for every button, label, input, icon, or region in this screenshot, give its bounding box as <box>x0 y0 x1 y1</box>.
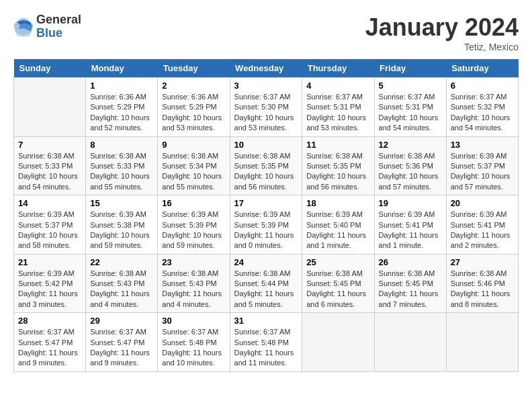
calendar-cell: 19Sunrise: 6:39 AMSunset: 5:41 PMDayligh… <box>374 195 446 255</box>
day-number: 24 <box>234 257 298 267</box>
calendar-cell: 30Sunrise: 6:37 AMSunset: 5:48 PMDayligh… <box>158 313 230 372</box>
day-header-sunday: Sunday <box>14 59 86 78</box>
day-header-tuesday: Tuesday <box>158 59 230 78</box>
calendar-cell: 16Sunrise: 6:39 AMSunset: 5:39 PMDayligh… <box>158 195 230 255</box>
day-number: 10 <box>234 140 298 150</box>
calendar-cell: 12Sunrise: 6:38 AMSunset: 5:36 PMDayligh… <box>374 136 446 195</box>
calendar-cell: 21Sunrise: 6:39 AMSunset: 5:42 PMDayligh… <box>14 254 86 313</box>
day-number: 2 <box>162 81 225 91</box>
calendar-cell: 11Sunrise: 6:38 AMSunset: 5:35 PMDayligh… <box>302 136 374 195</box>
calendar-table: SundayMondayTuesdayWednesdayThursdayFrid… <box>13 59 519 372</box>
calendar-cell: 14Sunrise: 6:39 AMSunset: 5:37 PMDayligh… <box>14 195 86 255</box>
day-number: 26 <box>379 257 442 267</box>
week-row-3: 14Sunrise: 6:39 AMSunset: 5:37 PMDayligh… <box>14 195 519 255</box>
calendar-cell: 24Sunrise: 6:38 AMSunset: 5:44 PMDayligh… <box>230 254 302 313</box>
calendar-cell: 18Sunrise: 6:39 AMSunset: 5:40 PMDayligh… <box>302 195 374 255</box>
title-block: January 2024 Tetiz, Mexico <box>365 13 519 52</box>
day-header-saturday: Saturday <box>446 59 518 78</box>
day-header-wednesday: Wednesday <box>230 59 302 78</box>
day-number: 19 <box>379 198 442 208</box>
week-row-4: 21Sunrise: 6:39 AMSunset: 5:42 PMDayligh… <box>14 254 519 313</box>
day-number: 27 <box>451 257 514 267</box>
page-header: General Blue January 2024 Tetiz, Mexico <box>13 13 519 52</box>
day-info: Sunrise: 6:38 AMSunset: 5:33 PMDaylight:… <box>90 151 153 193</box>
day-number: 18 <box>306 198 369 208</box>
calendar-cell: 26Sunrise: 6:38 AMSunset: 5:45 PMDayligh… <box>374 254 446 313</box>
calendar-cell: 10Sunrise: 6:38 AMSunset: 5:35 PMDayligh… <box>230 136 302 195</box>
day-info: Sunrise: 6:38 AMSunset: 5:43 PMDaylight:… <box>90 269 153 310</box>
day-info: Sunrise: 6:38 AMSunset: 5:45 PMDaylight:… <box>306 269 369 310</box>
day-info: Sunrise: 6:37 AMSunset: 5:47 PMDaylight:… <box>18 327 81 369</box>
logo: General Blue <box>13 13 81 40</box>
day-number: 13 <box>451 140 514 150</box>
week-row-5: 28Sunrise: 6:37 AMSunset: 5:47 PMDayligh… <box>14 313 519 372</box>
calendar-cell <box>302 313 374 372</box>
day-header-friday: Friday <box>374 59 446 78</box>
calendar-cell: 1Sunrise: 6:36 AMSunset: 5:29 PMDaylight… <box>86 78 158 137</box>
day-number: 17 <box>234 198 298 208</box>
calendar-cell: 22Sunrise: 6:38 AMSunset: 5:43 PMDayligh… <box>86 254 158 313</box>
day-info: Sunrise: 6:37 AMSunset: 5:32 PMDaylight:… <box>451 92 514 134</box>
day-info: Sunrise: 6:38 AMSunset: 5:35 PMDaylight:… <box>234 151 298 193</box>
calendar-cell <box>14 78 86 137</box>
day-number: 25 <box>306 257 369 267</box>
day-info: Sunrise: 6:36 AMSunset: 5:29 PMDaylight:… <box>162 92 225 134</box>
calendar-cell: 2Sunrise: 6:36 AMSunset: 5:29 PMDaylight… <box>158 78 230 137</box>
day-number: 20 <box>451 198 514 208</box>
day-number: 8 <box>90 140 153 150</box>
day-number: 11 <box>306 140 369 150</box>
calendar-cell: 4Sunrise: 6:37 AMSunset: 5:31 PMDaylight… <box>302 78 374 137</box>
day-info: Sunrise: 6:39 AMSunset: 5:37 PMDaylight:… <box>18 210 81 251</box>
day-info: Sunrise: 6:38 AMSunset: 5:46 PMDaylight:… <box>451 269 514 310</box>
calendar-cell: 23Sunrise: 6:38 AMSunset: 5:43 PMDayligh… <box>158 254 230 313</box>
calendar-cell: 5Sunrise: 6:37 AMSunset: 5:31 PMDaylight… <box>374 78 446 137</box>
calendar-cell: 15Sunrise: 6:39 AMSunset: 5:38 PMDayligh… <box>86 195 158 255</box>
calendar-cell: 9Sunrise: 6:38 AMSunset: 5:34 PMDaylight… <box>158 136 230 195</box>
logo-general: General <box>36 13 81 27</box>
calendar-cell: 3Sunrise: 6:37 AMSunset: 5:30 PMDaylight… <box>230 78 302 137</box>
calendar-cell: 29Sunrise: 6:37 AMSunset: 5:47 PMDayligh… <box>86 313 158 372</box>
day-info: Sunrise: 6:39 AMSunset: 5:38 PMDaylight:… <box>90 210 153 251</box>
day-number: 12 <box>379 140 442 150</box>
day-number: 14 <box>18 198 81 208</box>
day-info: Sunrise: 6:38 AMSunset: 5:44 PMDaylight:… <box>234 269 298 310</box>
day-info: Sunrise: 6:37 AMSunset: 5:48 PMDaylight:… <box>162 327 225 369</box>
logo-text: General Blue <box>36 13 81 40</box>
day-info: Sunrise: 6:39 AMSunset: 5:41 PMDaylight:… <box>379 210 442 251</box>
calendar-cell: 13Sunrise: 6:39 AMSunset: 5:37 PMDayligh… <box>446 136 518 195</box>
logo-icon <box>13 17 34 37</box>
day-number: 23 <box>162 257 225 267</box>
month-title: January 2024 <box>365 13 519 42</box>
day-info: Sunrise: 6:38 AMSunset: 5:45 PMDaylight:… <box>379 269 442 310</box>
day-info: Sunrise: 6:38 AMSunset: 5:43 PMDaylight:… <box>162 269 225 310</box>
location: Tetiz, Mexico <box>365 42 519 52</box>
calendar-cell: 8Sunrise: 6:38 AMSunset: 5:33 PMDaylight… <box>86 136 158 195</box>
day-info: Sunrise: 6:39 AMSunset: 5:37 PMDaylight:… <box>451 151 514 193</box>
day-info: Sunrise: 6:38 AMSunset: 5:36 PMDaylight:… <box>379 151 442 193</box>
week-row-2: 7Sunrise: 6:38 AMSunset: 5:33 PMDaylight… <box>14 136 519 195</box>
calendar-cell: 20Sunrise: 6:39 AMSunset: 5:41 PMDayligh… <box>446 195 518 255</box>
logo-blue: Blue <box>36 27 81 40</box>
day-number: 5 <box>379 81 442 91</box>
calendar-cell: 31Sunrise: 6:37 AMSunset: 5:48 PMDayligh… <box>230 313 302 372</box>
day-info: Sunrise: 6:39 AMSunset: 5:40 PMDaylight:… <box>306 210 369 251</box>
day-number: 9 <box>162 140 225 150</box>
calendar-cell: 28Sunrise: 6:37 AMSunset: 5:47 PMDayligh… <box>14 313 86 372</box>
day-number: 30 <box>162 316 225 326</box>
calendar-cell: 6Sunrise: 6:37 AMSunset: 5:32 PMDaylight… <box>446 78 518 137</box>
day-header-monday: Monday <box>86 59 158 78</box>
day-number: 15 <box>90 198 153 208</box>
day-number: 1 <box>90 81 153 91</box>
calendar-cell: 25Sunrise: 6:38 AMSunset: 5:45 PMDayligh… <box>302 254 374 313</box>
day-info: Sunrise: 6:37 AMSunset: 5:48 PMDaylight:… <box>234 327 298 369</box>
calendar-cell: 7Sunrise: 6:38 AMSunset: 5:33 PMDaylight… <box>14 136 86 195</box>
week-row-1: 1Sunrise: 6:36 AMSunset: 5:29 PMDaylight… <box>14 78 519 137</box>
day-number: 31 <box>234 316 298 326</box>
day-number: 22 <box>90 257 153 267</box>
day-number: 4 <box>306 81 369 91</box>
day-info: Sunrise: 6:38 AMSunset: 5:33 PMDaylight:… <box>18 151 81 193</box>
day-info: Sunrise: 6:37 AMSunset: 5:31 PMDaylight:… <box>379 92 442 134</box>
calendar-cell: 17Sunrise: 6:39 AMSunset: 5:39 PMDayligh… <box>230 195 302 255</box>
calendar-cell: 27Sunrise: 6:38 AMSunset: 5:46 PMDayligh… <box>446 254 518 313</box>
calendar-cell <box>374 313 446 372</box>
